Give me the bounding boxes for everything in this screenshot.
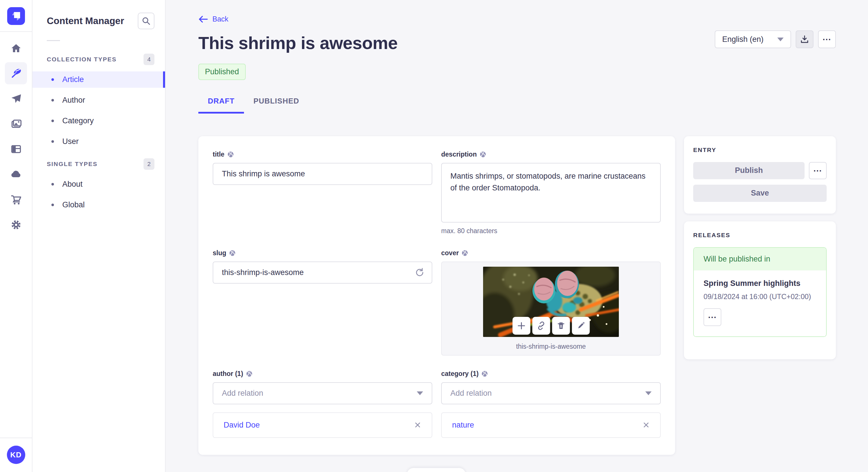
gear-icon[interactable] [5,214,27,236]
feather-icon[interactable] [5,62,27,84]
section-label-collection-types: COLLECTION TYPES [47,56,117,63]
close-icon[interactable] [642,421,650,429]
save-button[interactable]: Save [693,185,827,202]
import-export-button[interactable] [796,30,813,48]
cloud-icon[interactable] [5,163,27,185]
author-relation-combobox[interactable]: Add relation [213,382,432,404]
paper-plane-icon[interactable] [5,88,27,109]
more-actions-button[interactable]: ... [818,30,836,48]
chevron-down-icon [417,392,423,395]
language-selected-value: English (en) [722,35,764,44]
cover-edit-button[interactable] [572,317,590,335]
release-more-button[interactable]: ... [704,308,721,326]
release-date: 09/18/2024 at 16:00 (UTC+02:00) [704,293,816,301]
content-manager-sidebar: Content Manager COLLECTION TYPES 4 Artic… [32,0,166,472]
regenerate-slug-icon[interactable] [414,267,425,278]
single-types-list: About Global [32,176,165,213]
category-relation-combobox[interactable]: Add relation [441,382,661,404]
sidebar-item-label: About [62,180,83,189]
publish-button[interactable]: Publish [693,162,805,179]
ellipsis-icon: ... [813,169,822,173]
sidebar-item-article[interactable]: Article [32,71,165,88]
publish-more-button[interactable]: ... [809,162,827,179]
title-field-label: title [213,150,224,158]
search-button[interactable] [138,12,154,29]
bullet-icon [51,78,54,81]
globe-icon [462,250,468,256]
releases-panel-heading: RELEASES [693,232,827,239]
strapi-logo-glyph [11,11,22,22]
user-avatar[interactable]: KD [7,446,25,464]
language-select[interactable]: English (en) [715,30,791,48]
release-status: Will be published in [694,248,826,270]
sidebar-item-global[interactable]: Global [32,197,165,213]
description-hint: max. 80 characters [441,227,661,235]
collection-types-count: 4 [144,54,154,65]
cover-add-button[interactable] [513,317,530,335]
description-textarea[interactable]: Mantis shrimps, or stomatopods, are mari… [441,163,661,223]
entry-form-card: title description [198,136,675,455]
field-author: author (1) Add relation [213,370,432,438]
cover-copy-link-button[interactable] [532,317,550,335]
slug-input[interactable] [213,262,432,283]
cover-asset-card: this-shrimp-is-awesome [441,262,661,356]
tab-published[interactable]: PUBLISHED [244,97,309,113]
sidebar-item-label: User [62,137,79,146]
app-root: KD Content Manager COLLECTION TYPES 4 Ar… [0,0,868,472]
sidebar-item-author[interactable]: Author [32,92,165,108]
globe-icon [246,370,253,377]
active-indicator [163,71,165,88]
relation-link-author[interactable]: David Doe [224,421,260,430]
sidebar-item-category[interactable]: Category [32,113,165,129]
logo-container [0,0,32,32]
link-icon [536,321,546,330]
ellipsis-icon: ... [708,315,717,319]
cover-delete-button[interactable] [552,317,570,335]
author-relation-item: David Doe [213,412,432,438]
sidebar-title: Content Manager [47,15,124,26]
sidebar-item-label: Article [62,75,84,84]
description-field-label: description [441,150,477,158]
floating-widget-peek[interactable] [407,468,466,472]
single-types-count: 2 [144,158,154,170]
field-title: title [213,150,432,235]
globe-icon [229,250,236,256]
trash-icon [557,322,565,330]
close-icon[interactable] [414,421,422,429]
tab-draft[interactable]: DRAFT [198,97,244,113]
bullet-icon [51,140,54,143]
cover-image-mantis-shrimp [483,267,619,337]
category-field-label: category (1) [441,370,478,378]
cart-icon[interactable] [5,189,27,210]
field-cover: cover [441,249,661,356]
back-link[interactable]: Back [198,15,228,23]
cover-filename: this-shrimp-is-awesome [516,343,586,350]
field-description: description Mantis shrimps, or stomatopo… [441,150,661,235]
sidebar-item-about[interactable]: About [32,176,165,193]
back-arrow-icon [198,15,208,23]
rail-bottom: KD [0,438,32,472]
home-icon[interactable] [5,37,27,59]
sidebar-divider [47,40,60,41]
sidebar-item-user[interactable]: User [32,133,165,150]
globe-icon [479,151,486,158]
slug-field-label: slug [213,249,226,257]
chevron-down-icon [777,38,784,41]
relation-link-category[interactable]: nature [452,421,474,430]
main-nav-rail: KD [0,0,32,472]
sidebar-item-label: Category [62,116,94,125]
ellipsis-icon: ... [823,37,831,41]
media-library-icon[interactable] [5,113,27,135]
entry-panel-heading: ENTRY [693,146,827,154]
collection-types-list: Article Author Category User [32,71,165,150]
main-content: Back English (en) ... This shrimp is awe… [166,0,868,472]
version-tabs: DRAFT PUBLISHED [198,97,836,113]
globe-icon [227,151,234,158]
release-card: Will be published in Spring Summer highl… [693,247,827,337]
bullet-icon [51,99,54,102]
layout-icon[interactable] [5,138,27,160]
bullet-icon [51,204,54,206]
release-name: Spring Summer highlights [704,279,816,288]
title-input[interactable] [213,163,432,185]
strapi-logo[interactable] [7,7,25,25]
